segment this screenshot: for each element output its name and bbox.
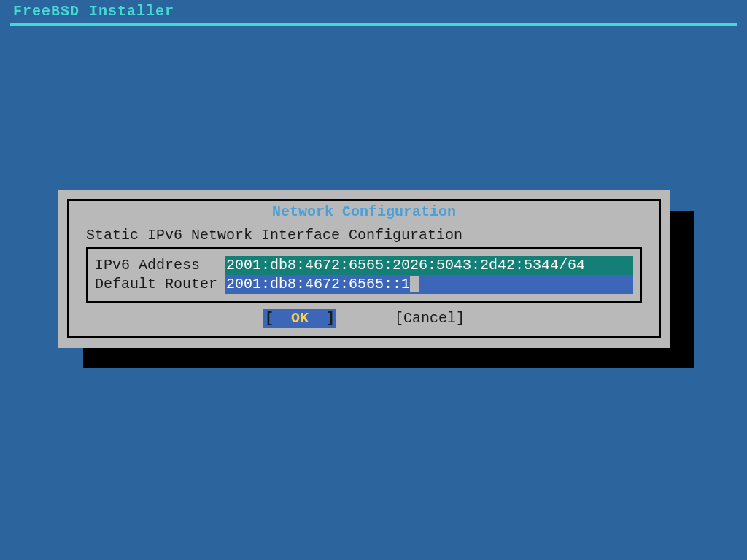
- ok-button[interactable]: [ OK ]: [263, 309, 336, 328]
- default-router-label: Default Router: [95, 275, 225, 294]
- default-router-value: 2001:db8:4672:6565::1: [226, 276, 410, 292]
- ok-button-label: OK: [274, 310, 326, 327]
- dialog-subtitle: Static IPv6 Network Interface Configurat…: [86, 227, 462, 244]
- text-cursor: [410, 276, 419, 292]
- default-router-input[interactable]: 2001:db8:4672:6565::1: [225, 275, 633, 294]
- cancel-button-label: Cancel: [403, 310, 456, 327]
- dialog-title: Network Configuration: [269, 203, 459, 220]
- ipv6-address-input[interactable]: 2001:db8:4672:6565:2026:5043:2d42:5344/6…: [225, 256, 633, 275]
- dialog-buttons: [ OK ] [Cancel]: [69, 308, 659, 329]
- default-router-row: Default Router 2001:db8:4672:6565::1: [95, 275, 633, 294]
- installer-screen: FreeBSD Installer Network Configuration …: [0, 0, 747, 560]
- network-config-dialog: Network Configuration Static IPv6 Networ…: [58, 190, 670, 348]
- app-title: FreeBSD Installer: [13, 3, 174, 20]
- fields-frame: IPv6 Address 2001:db8:4672:6565:2026:504…: [86, 247, 642, 303]
- dialog-frame: Network Configuration Static IPv6 Networ…: [67, 199, 661, 338]
- title-rule: [10, 23, 737, 26]
- ipv6-address-row: IPv6 Address 2001:db8:4672:6565:2026:504…: [95, 256, 633, 275]
- cancel-button[interactable]: [Cancel]: [395, 309, 465, 328]
- ipv6-address-label: IPv6 Address: [95, 256, 225, 275]
